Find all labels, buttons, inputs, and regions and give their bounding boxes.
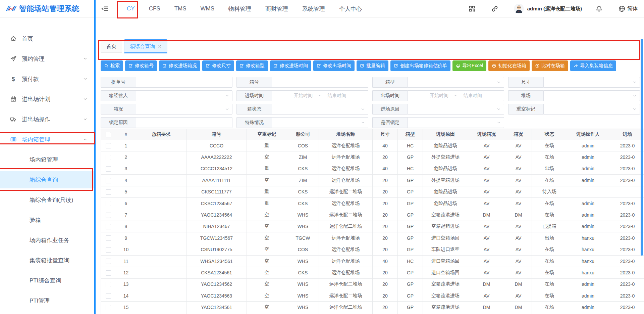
cell-status: 在场 <box>532 255 567 267</box>
user-name[interactable]: admin (远洋仓配二堆场) <box>527 6 582 12</box>
modify-entry-condition-button[interactable]: 修改进场箱况 <box>159 60 200 71</box>
exit-time-range[interactable]: 开始时间~结束时间 <box>408 90 504 101</box>
cell-in_cond: AV <box>468 255 505 267</box>
row-checkbox[interactable] <box>106 213 111 218</box>
row-checkbox[interactable] <box>106 305 111 310</box>
sidebar-subitem-PTI管理[interactable]: PTI管理 <box>0 292 94 309</box>
row-checkbox[interactable] <box>106 224 111 229</box>
top-nav-tab-商财管理[interactable]: 商财管理 <box>265 1 289 17</box>
row-checkbox[interactable] <box>106 189 111 195</box>
header-checkbox[interactable] <box>106 132 111 137</box>
chevron-down-icon <box>361 121 365 125</box>
row-checkbox[interactable] <box>106 166 111 172</box>
toolbar-button-label: 修改进场时间 <box>280 63 308 69</box>
link-icon[interactable] <box>491 5 498 12</box>
size-select[interactable] <box>543 77 640 88</box>
sidebar-item-进出场计划[interactable]: 进出场计划 <box>0 90 94 108</box>
cell-in_cond: AV <box>468 244 505 255</box>
row-checkbox[interactable] <box>106 247 111 253</box>
filter-field-提单号: 提单号 <box>101 77 232 88</box>
box-status-select[interactable] <box>272 104 368 115</box>
special-case-select[interactable] <box>272 117 368 128</box>
export-excel-button[interactable]: 导出Excel <box>452 60 486 71</box>
lock-reason-input[interactable] <box>136 118 232 128</box>
modify-exit-time-button[interactable]: 修改出场时间 <box>313 60 355 71</box>
box-no-input[interactable] <box>272 77 368 87</box>
yard-select[interactable] <box>543 90 640 101</box>
avatar[interactable] <box>514 4 524 14</box>
sidebar-item-预付款[interactable]: $预付款 <box>0 70 94 88</box>
cell-reason: 进口空箱场回 <box>423 232 468 244</box>
import-container-info-button[interactable]: 导入集装箱信息 <box>570 60 616 71</box>
cell-reason: 危险品进场 <box>423 186 468 197</box>
box-condition-select[interactable] <box>136 104 232 115</box>
top-nav-tab-TMS[interactable]: TMS <box>174 1 187 16</box>
batch-edit-button[interactable]: 批量编辑 <box>357 60 388 71</box>
top-nav-tab-WMS[interactable]: WMS <box>200 1 215 16</box>
sidebar-subitem-场内箱作业任务[interactable]: 场内箱作业任务 <box>0 231 94 249</box>
bl-no-input[interactable] <box>136 77 232 87</box>
empty-full-select[interactable] <box>543 104 640 115</box>
sidebar-subitem-集装箱批量查询[interactable]: 集装箱批量查询 <box>0 252 94 269</box>
sidebar-subitem-PTI综合查询[interactable]: PTI综合查询 <box>0 272 94 289</box>
column-header-堆场名称: 堆场名称 <box>319 129 373 140</box>
cell-type: HC <box>398 163 423 174</box>
cell-yard: 远洋仓配二堆场 <box>319 221 373 232</box>
table-header-row: #放箱要求箱号空重标记船公司堆场名称尺寸箱型进场原因进场箱况箱况状态进场操作人进… <box>101 129 644 140</box>
row-checkbox[interactable] <box>106 143 111 148</box>
top-nav-tab-物料管理[interactable]: 物料管理 <box>228 1 252 17</box>
edit-icon <box>162 63 167 68</box>
language-switcher[interactable]: 简体 <box>618 5 638 12</box>
close-icon[interactable] <box>158 44 162 48</box>
header-actions: admin (远洋仓配二堆场) 简体 <box>468 4 644 14</box>
init-onsite-boxes-button[interactable]: 初始化在场箱 <box>488 60 530 71</box>
compare-onsite-boxes-button[interactable]: 比对在场箱 <box>532 60 568 71</box>
cell-yard: 远洋仓配堆场 <box>319 267 373 278</box>
table-row: 8NIHA123467空WHS远洋仓配二堆场20GP空箱起租进场AVAV已提箱a… <box>101 221 644 232</box>
modify-size-button[interactable]: 修改尺寸 <box>202 60 234 71</box>
create-repair-estimate-button[interactable]: 创建出场箱修箱估价单 <box>390 60 450 71</box>
tab-首页[interactable]: 首页 <box>101 40 122 53</box>
sidebar-item-场内箱管理[interactable]: 场内箱管理 <box>0 131 94 148</box>
entry-reason-select[interactable] <box>408 104 504 115</box>
sidebar-subitem-label: 箱综合查询(只读) <box>30 196 73 204</box>
locked-select[interactable] <box>408 117 504 128</box>
sidebar-subitem-箱综合查询[interactable]: 箱综合查询 <box>0 171 94 188</box>
sidebar-subitem-箱综合查询(只读)[interactable]: 箱综合查询(只读) <box>0 191 94 209</box>
qr-code-icon[interactable] <box>468 5 476 12</box>
box-type-select[interactable] <box>408 77 504 88</box>
modify-entry-time-button[interactable]: 修改进场时间 <box>270 60 311 71</box>
modify-box-no-button[interactable]: 修改箱号 <box>125 60 157 71</box>
cell-in_time: 2023-0 <box>609 290 644 302</box>
row-checkbox[interactable] <box>106 270 111 276</box>
row-checkbox[interactable] <box>106 259 111 264</box>
sidebar-item-首页[interactable]: 首页 <box>0 30 94 47</box>
entry-time-range[interactable]: 开始时间~结束时间 <box>272 90 368 101</box>
tab-箱综合查询[interactable]: 箱综合查询 <box>124 39 167 53</box>
top-nav-tab-系统管理[interactable]: 系统管理 <box>302 1 326 17</box>
row-checkbox[interactable] <box>106 235 111 241</box>
row-checkbox[interactable] <box>106 201 111 206</box>
sidebar-subitem-验箱[interactable]: 验箱 <box>0 211 94 229</box>
sidebar-item-进出场操作[interactable]: 进出场操作 <box>0 110 94 128</box>
sidebar-item-预约管理[interactable]: 预约管理 <box>0 50 94 68</box>
row-checkbox[interactable] <box>106 282 111 287</box>
column-header-尺寸: 尺寸 <box>373 129 398 140</box>
row-checkbox[interactable] <box>106 178 111 183</box>
menu-fold-icon[interactable] <box>101 5 109 12</box>
top-nav-tab-CY[interactable]: CY <box>126 1 136 16</box>
row-checkbox[interactable] <box>106 155 111 160</box>
box-operator-select[interactable] <box>136 90 232 101</box>
toolbar-button-label: 修改进场箱况 <box>169 63 197 69</box>
modify-box-type-button[interactable]: 修改箱型 <box>236 60 268 71</box>
edit-icon <box>206 63 210 68</box>
bell-icon[interactable] <box>595 5 603 12</box>
top-nav-tab-CFS[interactable]: CFS <box>148 1 161 16</box>
search-button[interactable]: 检索 <box>101 60 123 71</box>
table-row: 6CKSC1234567重CKS远洋仓配堆场20GP危险品进场AVAV在场adm… <box>101 197 644 209</box>
row-checkbox[interactable] <box>106 293 111 299</box>
sidebar-subitem-场内箱管理[interactable]: 场内箱管理 <box>0 151 94 168</box>
filter-label: 进场原因 <box>372 104 408 115</box>
vertical-scrollbar-thumb[interactable] <box>641 39 643 256</box>
top-nav-tab-个人中心[interactable]: 个人中心 <box>338 1 363 17</box>
